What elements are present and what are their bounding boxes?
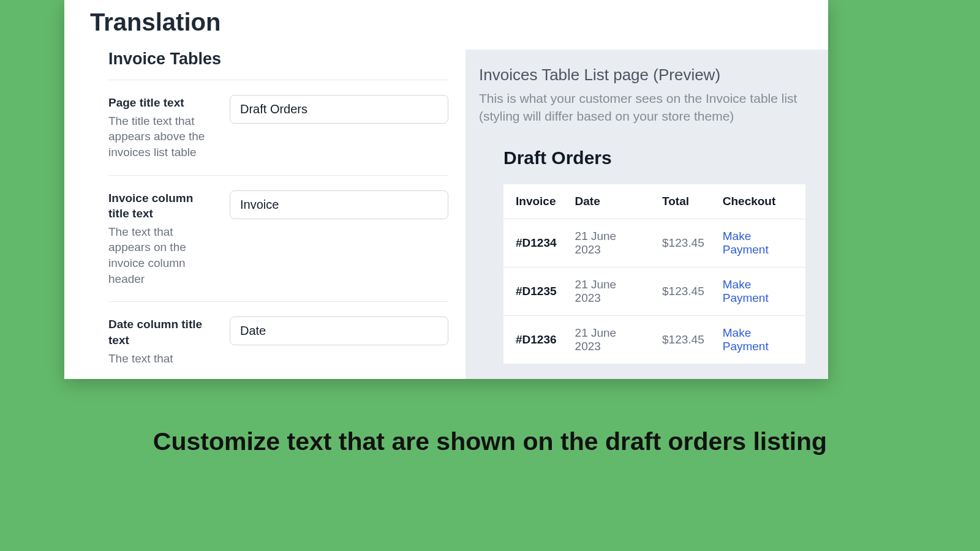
date-column-input[interactable] xyxy=(230,317,448,345)
cell-date: 21 June 2023 xyxy=(563,219,650,267)
make-payment-link[interactable]: Make Payment xyxy=(723,326,769,353)
preview-panel: Invoices Table List page (Preview) This … xyxy=(466,50,828,379)
col-header-checkout: Checkout xyxy=(710,184,805,219)
settings-panel: Invoice Tables Page title text The title… xyxy=(64,50,466,379)
marketing-caption: Customize text that are shown on the dra… xyxy=(0,427,980,456)
preview-subtitle: This is what your customer sees on the I… xyxy=(479,89,811,126)
field-help: The text that xyxy=(108,351,215,367)
preview-title: Invoices Table List page (Preview) xyxy=(479,66,811,84)
field-help: The title text that appears above the in… xyxy=(108,113,215,160)
cell-invoice: #D1235 xyxy=(503,267,563,315)
cell-date: 21 June 2023 xyxy=(563,267,650,315)
cell-total: $123.45 xyxy=(650,219,710,267)
cell-invoice: #D1234 xyxy=(503,219,563,267)
invoice-column-input[interactable] xyxy=(230,190,448,219)
make-payment-link[interactable]: Make Payment xyxy=(723,278,769,304)
page-title-input[interactable] xyxy=(230,95,448,124)
table-row: #D1234 21 June 2023 $123.45 Make Payment xyxy=(503,219,805,267)
field-invoice-column-title: Invoice column title text The text that … xyxy=(108,190,448,287)
preview-heading: Draft Orders xyxy=(479,148,811,168)
col-header-total: Total xyxy=(650,184,710,219)
make-payment-link[interactable]: Make Payment xyxy=(723,230,769,256)
table-row: #D1236 21 June 2023 $123.45 Make Payment xyxy=(503,315,805,364)
field-page-title-text: Page title text The title text that appe… xyxy=(108,95,448,160)
col-header-invoice: Invoice xyxy=(503,184,563,219)
field-label: Page title text xyxy=(108,95,215,111)
field-label: Date column title text xyxy=(108,317,215,348)
field-help: The text that appears on the invoice col… xyxy=(108,224,215,287)
divider xyxy=(108,175,448,176)
cell-total: $123.45 xyxy=(650,267,710,315)
divider xyxy=(108,301,448,302)
col-header-date: Date xyxy=(563,184,650,219)
cell-date: 21 June 2023 xyxy=(563,315,650,364)
cell-total: $123.45 xyxy=(650,315,710,364)
page-title: Translation xyxy=(64,0,828,50)
field-label: Invoice column title text xyxy=(108,190,215,222)
preview-table: Invoice Date Total Checkout #D1234 21 Ju… xyxy=(503,184,805,364)
divider xyxy=(108,80,448,80)
cell-invoice: #D1236 xyxy=(503,315,563,364)
table-row: #D1235 21 June 2023 $123.45 Make Payment xyxy=(503,267,805,315)
section-heading: Invoice Tables xyxy=(108,50,448,80)
field-date-column-title: Date column title text The text that xyxy=(108,317,448,366)
